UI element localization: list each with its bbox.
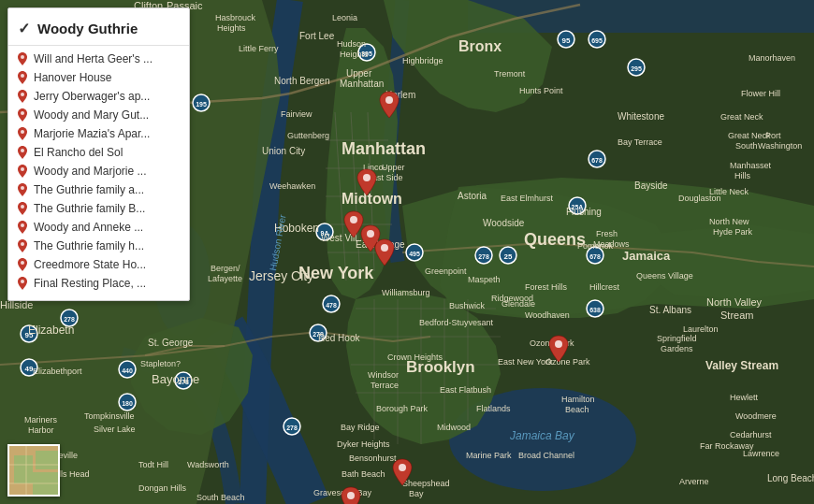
svg-text:295: 295 bbox=[631, 65, 642, 72]
svg-text:Queens Village: Queens Village bbox=[636, 271, 693, 281]
sidebar-item[interactable]: Creedmore State Ho... bbox=[8, 255, 189, 274]
sidebar-item-label: El Rancho del Sol bbox=[34, 146, 123, 159]
svg-text:South Beach: South Beach bbox=[196, 493, 245, 502]
sidebar-item[interactable]: Woody and Marjorie ... bbox=[8, 162, 189, 180]
sidebar-item-label: The Guthrie family a... bbox=[34, 183, 144, 196]
svg-text:Woodside: Woodside bbox=[483, 218, 525, 228]
sidebar-item[interactable]: The Guthrie family a... bbox=[8, 180, 189, 199]
svg-text:Washington: Washington bbox=[758, 141, 802, 151]
svg-text:495: 495 bbox=[409, 251, 420, 257]
svg-text:Little Ferry: Little Ferry bbox=[239, 44, 279, 53]
sidebar-item-label: Creedmore State Ho... bbox=[34, 258, 146, 271]
sidebar-title-text: Woody Guthrie bbox=[37, 21, 138, 36]
map-pin-icon bbox=[18, 258, 27, 271]
sidebar-item[interactable]: The Guthrie family h... bbox=[8, 237, 189, 255]
map-pin-icon bbox=[18, 221, 27, 234]
svg-text:Bushwick: Bushwick bbox=[449, 301, 486, 310]
sidebar-item[interactable]: Jerry Oberwager's ap... bbox=[8, 87, 189, 106]
svg-point-210 bbox=[21, 280, 24, 283]
map-pin-icon bbox=[18, 127, 27, 140]
svg-text:180: 180 bbox=[122, 400, 133, 407]
map-thumbnail[interactable] bbox=[7, 444, 60, 497]
svg-text:638: 638 bbox=[589, 307, 601, 313]
svg-text:25: 25 bbox=[504, 252, 513, 261]
svg-text:Hunts Point: Hunts Point bbox=[519, 86, 563, 95]
map-pin-icon bbox=[18, 165, 27, 178]
svg-text:695: 695 bbox=[591, 37, 603, 44]
svg-rect-212 bbox=[14, 455, 33, 483]
svg-text:South: South bbox=[735, 141, 758, 151]
sidebar-item[interactable]: Will and Herta Geer's ... bbox=[8, 50, 189, 68]
sidebar-item[interactable]: El Rancho del Sol bbox=[8, 143, 189, 162]
svg-text:Williamsburg: Williamsburg bbox=[382, 288, 430, 297]
svg-text:Bayonne: Bayonne bbox=[152, 372, 199, 386]
svg-point-206 bbox=[21, 205, 24, 209]
svg-text:East Elmhurst: East Elmhurst bbox=[501, 194, 554, 203]
svg-text:Bay Ridge: Bay Ridge bbox=[341, 423, 380, 432]
svg-text:Hills: Hills bbox=[734, 171, 750, 180]
svg-text:Dyker Heights: Dyker Heights bbox=[337, 439, 390, 449]
svg-text:Guttenberg: Guttenberg bbox=[287, 131, 329, 140]
svg-text:95: 95 bbox=[562, 36, 571, 45]
svg-text:Brooklyn: Brooklyn bbox=[406, 358, 475, 376]
map-pin-icon bbox=[18, 90, 27, 103]
svg-text:Forest Hills: Forest Hills bbox=[525, 282, 568, 292]
svg-text:Jamaica Bay: Jamaica Bay bbox=[509, 429, 575, 442]
svg-text:Midtown: Midtown bbox=[342, 191, 402, 207]
sidebar-item[interactable]: Woody and Anneke ... bbox=[8, 218, 189, 237]
sidebar-item[interactable]: The Guthrie family B... bbox=[8, 199, 189, 218]
svg-text:Bensonhurst: Bensonhurst bbox=[349, 454, 397, 463]
svg-point-191 bbox=[363, 174, 371, 181]
svg-text:Tompkinsville: Tompkinsville bbox=[84, 411, 135, 421]
svg-text:Hyde Park: Hyde Park bbox=[713, 227, 753, 237]
svg-text:Bedford-Stuyvesant: Bedford-Stuyvesant bbox=[419, 318, 494, 327]
svg-text:Harbor: Harbor bbox=[28, 425, 54, 435]
svg-text:278: 278 bbox=[286, 425, 298, 431]
map-pin-icon bbox=[18, 202, 27, 215]
svg-point-204 bbox=[21, 167, 24, 171]
svg-text:East Flatbush: East Flatbush bbox=[440, 385, 491, 395]
svg-text:Bay: Bay bbox=[409, 489, 424, 498]
svg-text:Woodmere: Woodmere bbox=[735, 411, 777, 421]
sidebar-item[interactable]: Marjorie Mazia's Apar... bbox=[8, 124, 189, 143]
svg-text:Fresh: Fresh bbox=[596, 229, 618, 238]
svg-point-199 bbox=[21, 74, 24, 78]
sidebar-item-label: Jerry Oberwager's ap... bbox=[34, 90, 150, 103]
map-pin-icon bbox=[18, 183, 27, 196]
map-container: 95 695 278 495 278 478 278 678 25 25A 27… bbox=[0, 0, 814, 504]
svg-text:Manhasset: Manhasset bbox=[730, 161, 772, 170]
svg-text:Bath Beach: Bath Beach bbox=[342, 469, 385, 479]
svg-text:Heights: Heights bbox=[217, 23, 246, 33]
map-pin-icon bbox=[18, 239, 27, 252]
svg-text:Wadsworth: Wadsworth bbox=[187, 460, 229, 469]
svg-point-192 bbox=[350, 216, 357, 223]
map-pin-icon bbox=[18, 108, 27, 122]
svg-point-201 bbox=[21, 111, 24, 115]
svg-point-195 bbox=[555, 340, 562, 348]
sidebar-checkbox[interactable]: ✓ bbox=[18, 20, 30, 37]
sidebar-item[interactable]: Woody and Mary Gut... bbox=[8, 106, 189, 124]
svg-text:Arverne: Arverne bbox=[679, 477, 709, 486]
svg-text:St. George: St. George bbox=[148, 338, 194, 348]
sidebar-item[interactable]: Hanover House bbox=[8, 68, 189, 87]
svg-point-207 bbox=[21, 223, 24, 227]
sidebar-panel: ✓ Woody Guthrie Will and Herta Geer's ..… bbox=[7, 7, 190, 301]
svg-text:678: 678 bbox=[591, 157, 603, 164]
svg-text:Laurelton: Laurelton bbox=[683, 324, 719, 334]
bronx-label: Bronx bbox=[458, 38, 501, 54]
svg-text:Flatlands: Flatlands bbox=[476, 404, 511, 413]
svg-point-196 bbox=[399, 464, 406, 471]
svg-text:Stream: Stream bbox=[720, 310, 753, 321]
sidebar-item[interactable]: Final Resting Place, ... bbox=[8, 274, 189, 293]
sidebar-item-label: Final Resting Place, ... bbox=[34, 277, 146, 290]
svg-text:Hillcrest: Hillcrest bbox=[589, 282, 620, 292]
svg-point-205 bbox=[21, 186, 24, 190]
svg-point-190 bbox=[385, 96, 393, 104]
svg-text:Heights: Heights bbox=[340, 50, 369, 59]
svg-point-203 bbox=[21, 149, 24, 152]
map-pin-icon bbox=[18, 52, 27, 65]
sidebar-title: ✓ Woody Guthrie bbox=[8, 16, 189, 46]
svg-text:Borough Park: Borough Park bbox=[376, 404, 429, 413]
svg-text:Manhattan: Manhattan bbox=[340, 79, 384, 89]
svg-text:Midwood: Midwood bbox=[437, 423, 471, 432]
